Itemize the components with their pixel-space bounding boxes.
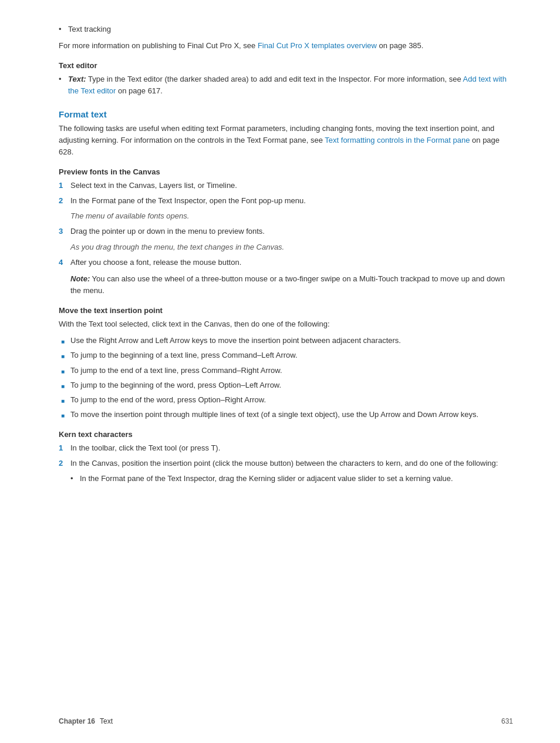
move-bullet-4: ■ To jump to the beginning of the word, … [59, 379, 513, 391]
step-2-text: In the Format pane of the Text Inspector… [70, 195, 306, 207]
kern-step-1-text: In the toolbar, click the Text tool (or … [70, 442, 220, 454]
move-bullet-2-text: To jump to the beginning of a text line,… [70, 349, 298, 361]
chapter-label: Chapter 16 [59, 717, 95, 725]
preview-fonts-section: Preview fonts in the Canvas 1 Select tex… [59, 167, 513, 297]
text-editor-heading: Text editor [59, 61, 513, 70]
step-1: 1 Select text in the Canvas, Layers list… [59, 180, 513, 191]
move-bullet-1: ■ Use the Right Arrow and Left Arrow key… [59, 335, 513, 347]
move-bullet-3-text: To jump to the end of a text line, press… [70, 365, 282, 376]
text-tracking-bullet: Text tracking [59, 23, 513, 35]
step-2-desc: The menu of available fonts opens. [70, 210, 513, 222]
kern-step-1-num: 1 [59, 442, 67, 454]
move-bullet-4-text: To jump to the beginning of the word, pr… [70, 379, 281, 391]
publishing-info: For more information on publishing to Fi… [59, 40, 513, 52]
sq-icon-1: ■ [61, 337, 66, 347]
sq-icon-6: ■ [61, 411, 66, 421]
step-3-desc: As you drag through the menu, the text c… [70, 241, 513, 253]
page-number: 631 [501, 717, 513, 725]
format-pane-link[interactable]: Text formatting controls in the Format p… [325, 136, 470, 144]
note-label: Note: [70, 274, 90, 283]
note-block: Note: You can also use the wheel of a th… [70, 273, 513, 297]
step-2: 2 In the Format pane of the Text Inspect… [59, 195, 513, 207]
kern-step-2-num: 2 [59, 458, 67, 469]
move-bullet-1-text: Use the Right Arrow and Left Arrow keys … [70, 335, 401, 347]
step-4-text: After you choose a font, release the mou… [70, 257, 241, 268]
text-editor-suffix: on page 617. [116, 86, 163, 95]
final-cut-link[interactable]: Final Cut Pro X templates overview [258, 41, 377, 50]
format-text-section: Format text The following tasks are usef… [59, 109, 513, 485]
step-2-num: 2 [59, 195, 67, 207]
page-content: Text tracking For more information on pu… [0, 0, 560, 523]
kern-step-2: 2 In the Canvas, position the insertion … [59, 458, 513, 469]
footer-chapter: Chapter 16 Text [59, 717, 113, 725]
text-editor-section: Text editor Text: Type in the Text edito… [59, 61, 513, 97]
text-editor-main: Type in the Text editor (the darker shad… [86, 75, 463, 83]
chapter-text: Text [100, 717, 113, 725]
step-4: 4 After you choose a font, release the m… [59, 257, 513, 268]
move-insertion-section: Move the text insertion point With the T… [59, 306, 513, 421]
sq-icon-2: ■ [61, 352, 66, 361]
step-4-num: 4 [59, 257, 67, 268]
kern-sub-bullet-1: In the Format pane of the Text Inspector… [70, 473, 513, 485]
step-3-text: Drag the pointer up or down in the menu … [70, 226, 265, 237]
move-bullet-2: ■ To jump to the beginning of a text lin… [59, 349, 513, 361]
step-3-num: 3 [59, 226, 67, 237]
preview-fonts-heading: Preview fonts in the Canvas [59, 167, 513, 176]
step-3: 3 Drag the pointer up or down in the men… [59, 226, 513, 237]
move-bullet-5-text: To jump to the end of the word, press Op… [70, 394, 266, 406]
page-footer: Chapter 16 Text 631 [0, 717, 560, 725]
kern-text-section: Kern text characters 1 In the toolbar, c… [59, 430, 513, 485]
note-text: You can also use the wheel of a three-bu… [70, 274, 505, 295]
step-1-text: Select text in the Canvas, Layers list, … [70, 180, 237, 191]
sq-icon-4: ■ [61, 382, 66, 391]
sq-icon-5: ■ [61, 396, 66, 406]
move-bullet-6-text: To move the insertion point through mult… [70, 409, 478, 421]
kern-step-1: 1 In the toolbar, click the Text tool (o… [59, 442, 513, 454]
move-bullet-6: ■ To move the insertion point through mu… [59, 409, 513, 421]
publishing-text1: For more information on publishing to Fi… [59, 41, 258, 50]
text-prefix: Text: [68, 75, 86, 83]
format-text-heading: Format text [59, 109, 513, 119]
text-editor-bullet: Text: Type in the Text editor (the darke… [59, 73, 513, 97]
kern-step-2-text: In the Canvas, position the insertion po… [70, 458, 498, 469]
move-bullet-5: ■ To jump to the end of the word, press … [59, 394, 513, 406]
kern-text-heading: Kern text characters [59, 430, 513, 439]
publishing-text2: on page 385. [377, 41, 424, 50]
text-tracking-label: Text tracking [68, 25, 111, 33]
step-1-num: 1 [59, 180, 67, 191]
move-insertion-intro: With the Text tool selected, click text … [59, 318, 513, 330]
sq-icon-3: ■ [61, 367, 66, 376]
move-insertion-heading: Move the text insertion point [59, 306, 513, 315]
format-text-description: The following tasks are useful when edit… [59, 123, 513, 158]
move-bullet-3: ■ To jump to the end of a text line, pre… [59, 365, 513, 376]
